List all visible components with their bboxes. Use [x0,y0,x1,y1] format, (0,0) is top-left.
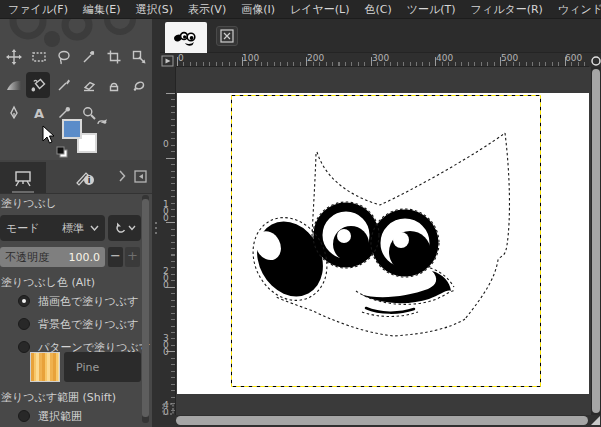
fuzzy-select-tool[interactable] [77,44,101,70]
close-icon [220,29,234,43]
bucket-fill-tool[interactable] [26,72,50,98]
h-ruler-tick: 500 [501,53,518,63]
h-ruler-tick: 100 [242,53,259,63]
gradient-tool[interactable] [2,72,26,98]
fill-type-label: 塗りつぶし色 (Alt) [0,273,95,290]
h-ruler-tick: 400 [436,53,453,63]
image-tab-bar [160,19,601,53]
menu-view[interactable]: 表示(V) [188,2,226,17]
ruler-corner-menu-button[interactable] [160,53,176,67]
foreground-color-swatch[interactable] [62,119,82,139]
h-ruler-tick: 0 [178,53,184,63]
tool-options-panel: 塗りつぶし モード 標準 不透明度 100.0 − + 塗りつぶし色 (Alt)… [0,194,141,211]
menu-tools[interactable]: ツール(T) [407,2,456,17]
paintbrush-tool[interactable] [52,72,76,98]
opacity-value: 100.0 [69,251,101,264]
menu-windows[interactable]: ウィンドウ(W) [558,2,601,17]
image-canvas[interactable] [177,93,589,394]
pointer-info-icon: i [74,169,96,187]
menu-image[interactable]: 画像(I) [241,2,275,17]
menu-colors[interactable]: 色(C) [365,2,392,17]
radio-icon [18,341,30,353]
mode-reset-button[interactable] [108,215,141,241]
radio-icon [18,318,30,330]
left-dock: A i 塗りつぶし モード 標準 [0,19,152,427]
menu-edit[interactable]: 編集(E) [83,2,121,17]
vertical-scrollbar[interactable] [592,69,600,413]
horizontal-scrollbar[interactable] [176,416,588,425]
opacity-decrease-button[interactable]: − [108,247,123,267]
h-ruler-tick: 300 [372,53,389,63]
v-ruler-tick: 200 [163,268,170,289]
fill-selection-radio[interactable]: 選択範囲 [18,409,82,423]
dock-menu-icon[interactable] [134,170,147,183]
navigation-corner-icon[interactable] [590,415,601,426]
opacity-slider[interactable]: 不透明度 100.0 [0,247,105,267]
h-ruler-tick: 600 [565,53,582,63]
fill-bg-radio[interactable]: 背景色で塗りつぶす [18,317,138,331]
image-tab[interactable] [165,22,207,53]
chevron-down-icon [128,225,136,231]
mouse-cursor [42,125,58,145]
transform-tool[interactable] [127,44,151,70]
eraser-tool[interactable] [77,72,101,98]
mode-value: 標準 [62,221,84,236]
crop-tool[interactable] [102,44,126,70]
wilber-left-eye [318,207,374,263]
chevron-down-icon [90,225,99,231]
dock-splitter[interactable] [155,222,158,237]
menu-select[interactable]: 選択(S) [136,2,174,17]
wilber-mouth [360,271,451,313]
rectangle-select-tool[interactable] [27,44,51,70]
tool-options-icon [13,169,33,187]
smudge-tool[interactable] [127,72,151,98]
opacity-increase-button[interactable]: + [125,247,140,267]
radio-selected-icon [18,295,30,307]
toolbox: A [0,19,152,160]
canvas-viewport[interactable] [176,67,592,415]
v-ruler-tick: 0 [163,141,170,148]
pattern-name: Pine [76,361,99,374]
ink-tool[interactable] [2,100,26,126]
h-ruler-tick: 200 [307,53,324,63]
mode-label: モード [6,221,62,236]
fill-bg-label: 背景色で塗りつぶす [38,317,138,332]
tab-pointer[interactable]: i [62,162,108,193]
fill-fg-label: 描画色で塗りつぶす [38,294,138,309]
tool-options-title: 塗りつぶし [0,194,141,211]
clone-tool[interactable] [102,72,126,98]
menu-layer[interactable]: レイヤー(L) [290,2,350,17]
tab-tool-options[interactable] [0,162,46,193]
pattern-select-button[interactable]: Pine [64,352,141,382]
fill-selection-label: 選択範囲 [38,409,82,424]
menubar: ファイル(F) 編集(E) 選択(S) 表示(V) 画像(I) レイヤー(L) … [0,0,601,19]
canvas-area: 0 100 200 300 400 500 600 0 100 200 300 … [160,19,601,427]
magnifier-icon [589,54,601,67]
vertical-ruler[interactable]: 0 100 200 300 400 500 [160,67,176,415]
swap-colors-icon[interactable] [96,116,110,128]
wilber-artwork [177,93,589,394]
fill-fg-radio[interactable]: 描画色で塗りつぶす [18,294,138,308]
text-tool[interactable]: A [27,100,51,126]
reset-icon [114,222,127,235]
dock-scrollbar[interactable] [142,195,149,423]
mode-dropdown[interactable]: モード 標準 [0,215,105,241]
svg-text:A: A [34,106,44,121]
tabs-scroll-right-icon[interactable] [118,170,126,182]
pattern-swatch[interactable] [30,352,60,382]
opacity-label: 不透明度 [5,250,69,265]
default-colors-icon[interactable] [56,146,69,159]
menu-file[interactable]: ファイル(F) [8,2,68,17]
menu-filters[interactable]: フィルター(R) [471,2,543,17]
move-tool[interactable] [2,44,26,70]
v-ruler-tick: 100 [163,201,170,222]
free-select-tool[interactable] [52,44,76,70]
horizontal-ruler[interactable]: 0 100 200 300 400 500 600 [176,53,589,67]
tab-close-button[interactable] [216,26,238,46]
dock-tab-bar: i [0,160,152,194]
play-triangle-icon [160,54,176,68]
zoom-corner-button[interactable] [589,53,601,67]
v-ruler-tick: 300 [163,335,170,356]
affected-area-label: 塗りつぶす範囲 (Shift) [0,388,116,405]
quickmask-toggle[interactable] [162,403,174,415]
